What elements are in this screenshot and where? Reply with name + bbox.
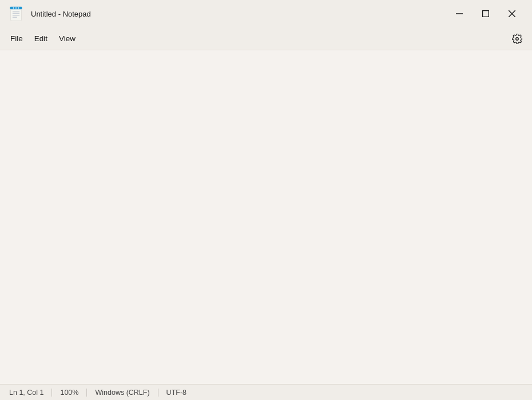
status-bar: Ln 1, Col 1 100% Windows (CRLF) UTF-8 <box>0 384 532 400</box>
cursor-position: Ln 1, Col 1 <box>9 389 52 397</box>
close-icon <box>509 10 515 17</box>
menu-edit[interactable]: Edit <box>29 31 53 46</box>
minimize-button[interactable] <box>446 3 473 24</box>
svg-rect-0 <box>10 8 21 21</box>
notepad-svg-icon <box>8 6 24 22</box>
maximize-button[interactable] <box>473 3 499 24</box>
settings-button[interactable] <box>507 29 527 49</box>
app-icon <box>7 5 25 23</box>
svg-point-7 <box>15 7 17 9</box>
svg-point-6 <box>13 7 14 9</box>
minimize-icon <box>456 13 463 14</box>
encoding: UTF-8 <box>158 389 194 397</box>
svg-rect-10 <box>483 11 489 17</box>
menu-bar: File Edit View <box>0 27 532 50</box>
svg-point-8 <box>18 7 19 9</box>
text-editor[interactable] <box>9 57 523 377</box>
zoom-level: 100% <box>52 389 87 397</box>
close-button[interactable] <box>499 3 525 24</box>
menu-file[interactable]: File <box>5 31 29 46</box>
window-controls <box>446 3 525 24</box>
maximize-icon <box>482 10 489 17</box>
window-title: Untitled - Notepad <box>31 10 446 18</box>
editor-area <box>0 50 532 384</box>
line-ending: Windows (CRLF) <box>87 389 158 397</box>
menu-view[interactable]: View <box>53 31 81 46</box>
gear-icon <box>512 34 522 44</box>
title-bar: Untitled - Notepad <box>0 0 532 27</box>
